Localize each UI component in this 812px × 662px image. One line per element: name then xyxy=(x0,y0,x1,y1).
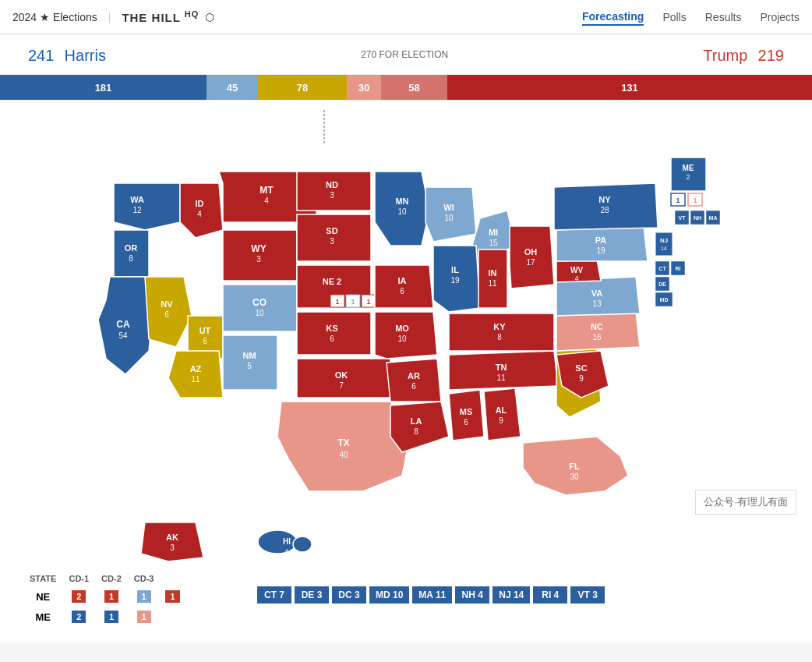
svg-text:4: 4 xyxy=(197,210,202,218)
state-AK[interactable] xyxy=(141,522,203,561)
svg-text:19: 19 xyxy=(596,246,605,255)
svg-text:FL: FL xyxy=(569,462,580,471)
state-badge-ma[interactable]: MA 11 xyxy=(412,586,452,604)
svg-text:ME: ME xyxy=(683,164,694,172)
svg-text:1: 1 xyxy=(366,298,370,306)
brand-text: 2024 ★ Elections xyxy=(12,11,97,23)
state-badge-md[interactable]: MD 10 xyxy=(369,586,409,604)
state-OH[interactable] xyxy=(510,226,554,289)
svg-text:MO: MO xyxy=(395,324,409,333)
svg-text:8: 8 xyxy=(129,254,133,263)
ne-me-table: STATE CD-1 CD-2 CD-3 NE 2 1 1 1 xyxy=(23,571,242,627)
svg-text:3: 3 xyxy=(330,191,334,200)
nav-forecasting[interactable]: Forecasting xyxy=(582,9,644,26)
nav-polls[interactable]: Polls xyxy=(662,9,686,25)
svg-text:3: 3 xyxy=(256,255,261,264)
state-badge-nj[interactable]: NJ 14 xyxy=(492,586,530,604)
state-KY[interactable] xyxy=(449,313,554,351)
svg-text:SD: SD xyxy=(326,226,337,235)
svg-text:ID: ID xyxy=(196,199,204,208)
svg-text:IL: IL xyxy=(451,265,459,274)
svg-text:OK: OK xyxy=(335,370,348,380)
svg-point-108 xyxy=(293,536,312,552)
col-state: STATE xyxy=(23,571,62,586)
state-HI[interactable] xyxy=(258,530,297,554)
svg-text:13: 13 xyxy=(592,299,602,308)
svg-text:AR: AR xyxy=(408,371,420,381)
svg-text:10: 10 xyxy=(397,335,407,343)
state-badge-vt[interactable]: VT 3 xyxy=(570,586,605,604)
nav-results[interactable]: Results xyxy=(705,9,742,25)
state-CO[interactable] xyxy=(223,285,297,331)
svg-text:NM: NM xyxy=(242,351,256,360)
svg-text:NV: NV xyxy=(161,299,173,309)
state-LA[interactable] xyxy=(390,402,449,452)
brand-area: 2024 ★ Elections | THE HILL HQ ⬡ xyxy=(12,9,214,24)
bottom-section: STATE CD-1 CD-2 CD-3 NE 2 1 1 1 xyxy=(0,561,812,643)
table-wrapper: STATE CD-1 CD-2 CD-3 NE 2 1 1 1 xyxy=(23,571,789,627)
state-badge-nh[interactable]: NH 4 xyxy=(455,586,489,604)
trump-total: 219 xyxy=(758,47,784,64)
state-AZ[interactable] xyxy=(168,351,223,398)
logo-icon: ⬡ xyxy=(205,11,214,23)
svg-text:19: 19 xyxy=(450,276,460,285)
svg-text:40: 40 xyxy=(339,451,348,459)
svg-text:9: 9 xyxy=(579,374,584,383)
svg-text:5: 5 xyxy=(247,362,252,370)
state-NC[interactable] xyxy=(556,312,640,351)
me-state-label: ME xyxy=(23,607,62,627)
svg-text:8: 8 xyxy=(414,427,418,436)
ne-cd3: 1 xyxy=(160,586,185,607)
table-row-me: ME 2 1 1 xyxy=(23,607,185,627)
svg-text:MT: MT xyxy=(259,185,274,196)
us-map: WA 12 OR 8 CA 54 ID 4 MT 4 WY 3 NV 6 UT … xyxy=(8,109,804,561)
svg-text:10: 10 xyxy=(444,214,454,222)
map-container: WA 12 OR 8 CA 54 ID 4 MT 4 WY 3 NV 6 UT … xyxy=(0,101,812,561)
trump-score: Trump 219 xyxy=(703,42,789,66)
svg-text:1: 1 xyxy=(335,298,339,306)
state-WA[interactable] xyxy=(114,183,180,230)
svg-text:9: 9 xyxy=(499,416,503,425)
nav-separator: | xyxy=(108,11,111,23)
svg-text:1: 1 xyxy=(351,298,355,306)
svg-text:28: 28 xyxy=(600,206,609,214)
svg-text:10: 10 xyxy=(255,309,264,317)
svg-text:IA: IA xyxy=(398,276,407,285)
svg-text:14: 14 xyxy=(661,246,667,251)
state-badge-dc[interactable]: DC 3 xyxy=(332,586,366,604)
harris-score: 241 Harris xyxy=(23,42,106,66)
state-badge-ct[interactable]: CT 7 xyxy=(257,586,291,604)
svg-text:6: 6 xyxy=(330,335,334,343)
svg-text:CO: CO xyxy=(252,297,267,308)
svg-text:1: 1 xyxy=(676,196,680,204)
state-OR[interactable] xyxy=(114,230,149,277)
svg-text:6: 6 xyxy=(203,337,207,345)
harris-name: Harris xyxy=(65,47,106,64)
top-navigation: 2024 ★ Elections | THE HILL HQ ⬡ Forecas… xyxy=(0,0,812,34)
svg-text:12: 12 xyxy=(132,206,142,214)
svg-text:WI: WI xyxy=(443,203,454,212)
svg-text:AL: AL xyxy=(496,405,507,415)
svg-text:NJ: NJ xyxy=(660,237,668,244)
state-badge-de[interactable]: DE 3 xyxy=(295,586,329,604)
other-states: CT 7 DE 3 DC 3 MD 10 MA 11 NH 4 NJ 14 RI… xyxy=(257,571,605,604)
svg-text:VT: VT xyxy=(679,215,687,221)
harris-total: 241 xyxy=(28,47,54,64)
svg-text:NY: NY xyxy=(598,195,611,204)
me-state-ev: 2 xyxy=(62,607,95,627)
state-KS[interactable] xyxy=(297,312,371,355)
svg-text:AZ: AZ xyxy=(190,364,202,373)
me-cd1: 1 xyxy=(95,607,128,627)
svg-text:SC: SC xyxy=(575,363,587,373)
ne-cd1: 1 xyxy=(95,586,128,607)
svg-text:MA: MA xyxy=(709,215,718,221)
svg-text:ND: ND xyxy=(326,180,338,189)
svg-text:HI: HI xyxy=(283,537,291,546)
svg-text:MI: MI xyxy=(489,228,498,237)
nav-projects[interactable]: Projects xyxy=(760,9,800,25)
svg-text:6: 6 xyxy=(164,310,169,319)
ne-state-label: NE xyxy=(23,586,62,607)
site-logo: THE HILL HQ xyxy=(122,9,199,24)
bar-toss-up: 78 xyxy=(258,75,347,100)
state-badge-ri[interactable]: RI 4 xyxy=(533,586,567,604)
